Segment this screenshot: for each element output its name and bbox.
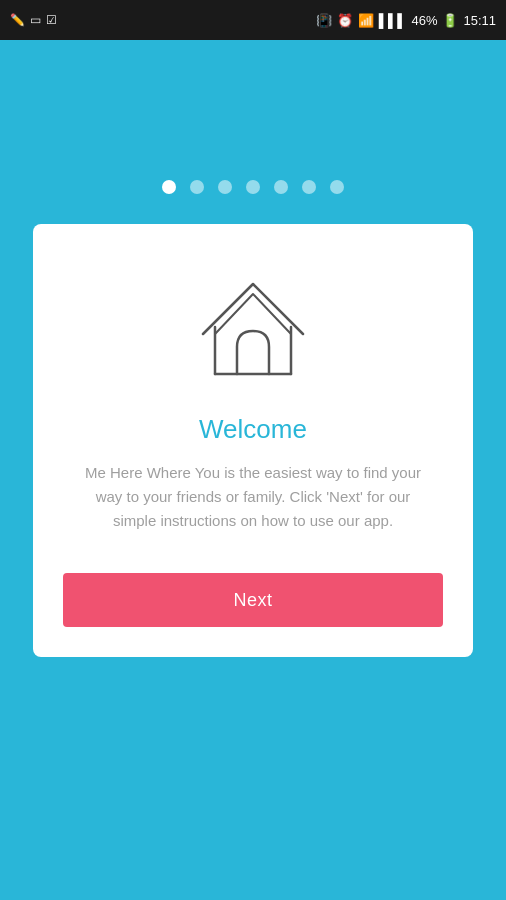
battery-icon: 🔋 [442,13,458,28]
battery-percent: 46% [411,13,437,28]
dot-1 [162,180,176,194]
wifi-icon: 📶 [358,13,374,28]
house-icon [188,264,318,394]
checkbox-icon: ☑ [46,13,57,27]
next-button[interactable]: Next [63,573,443,627]
signal-icon: ▌▌▌ [379,13,407,28]
alarm-icon: ⏰ [337,13,353,28]
dot-2 [190,180,204,194]
welcome-body: Me Here Where You is the easiest way to … [63,461,443,533]
status-right: 📳 ⏰ 📶 ▌▌▌ 46% 🔋 15:11 [316,13,496,28]
welcome-card: Welcome Me Here Where You is the easiest… [33,224,473,657]
status-bar: ✏️ ▭ ☑ 📳 ⏰ 📶 ▌▌▌ 46% 🔋 15:11 [0,0,506,40]
dot-5 [274,180,288,194]
screen-icon: ▭ [30,13,41,27]
status-left: ✏️ ▭ ☑ [10,13,57,27]
dot-6 [302,180,316,194]
page-indicators [162,180,344,194]
dot-3 [218,180,232,194]
vibrate-icon: 📳 [316,13,332,28]
main-background: Welcome Me Here Where You is the easiest… [0,40,506,900]
edit-icon: ✏️ [10,13,25,27]
time: 15:11 [463,13,496,28]
dot-7 [330,180,344,194]
dot-4 [246,180,260,194]
welcome-title: Welcome [199,414,307,445]
